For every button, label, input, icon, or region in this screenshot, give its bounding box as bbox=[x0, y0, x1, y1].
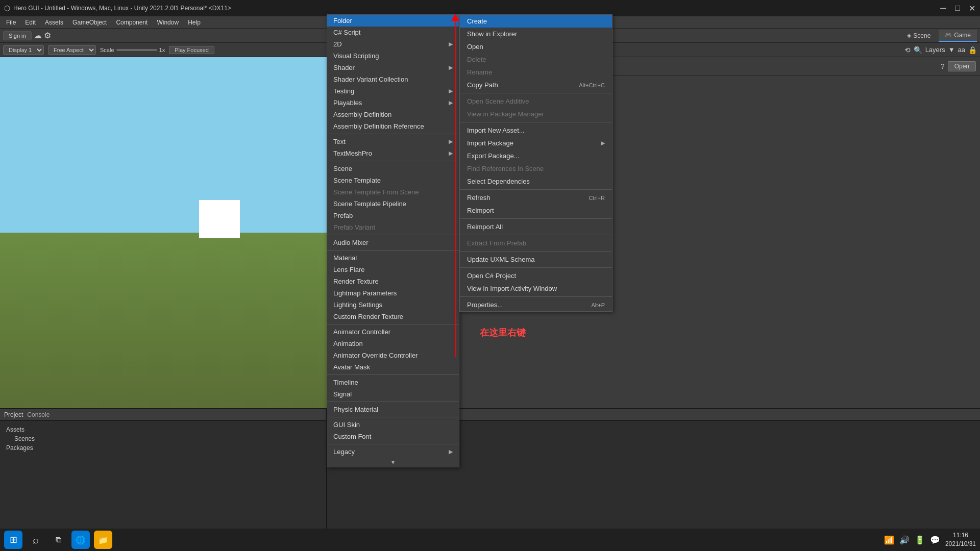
context-menu-update-uxml[interactable]: Update UXML Schema bbox=[460, 253, 612, 266]
minimize-button[interactable]: ─ bbox=[939, 4, 947, 12]
menu-item-text[interactable]: Text ▶ bbox=[327, 136, 459, 147]
ctx-sep-2 bbox=[460, 122, 612, 122]
menu-item-custom-render-texture[interactable]: Custom Render Texture bbox=[327, 311, 459, 322]
menu-item-shader[interactable]: Shader ▶ bbox=[327, 62, 459, 73]
project-item-packages[interactable]: Packages bbox=[4, 443, 322, 453]
play-focused-button[interactable]: Play Focused bbox=[169, 46, 214, 54]
create-menu-dropdown: Folder C# Script 2D ▶ Visual Scripting S… bbox=[327, 14, 459, 467]
menu-item-lightmap-params[interactable]: Lightmap Parameters bbox=[327, 287, 459, 299]
context-menu-view-import-activity[interactable]: View in Import Activity Window bbox=[460, 282, 612, 295]
aa-label[interactable]: aa bbox=[958, 46, 965, 54]
menu-item-custom-font[interactable]: Custom Font bbox=[327, 431, 459, 442]
network-icon[interactable]: 📶 bbox=[884, 535, 894, 545]
menu-item-legacy[interactable]: Legacy ▶ bbox=[327, 446, 459, 458]
lock-icon[interactable]: 🔒 bbox=[968, 46, 977, 54]
ctx-sep-6 bbox=[460, 251, 612, 252]
system-clock[interactable]: 11:16 2021/10/31 bbox=[945, 531, 976, 548]
menu-item-render-texture[interactable]: Render Texture bbox=[327, 276, 459, 287]
project-item-scenes[interactable]: Scenes bbox=[4, 434, 322, 443]
aspect-dropdown[interactable]: Free Aspect bbox=[48, 45, 96, 55]
menu-item-assembly-def[interactable]: Assembly Definition bbox=[327, 109, 459, 120]
notification-icon[interactable]: 💬 bbox=[930, 535, 940, 545]
menu-item-scene-template-pipeline[interactable]: Scene Template Pipeline bbox=[327, 198, 459, 210]
layers-label[interactable]: Layers bbox=[925, 46, 945, 54]
context-menu-reimport-all[interactable]: Reimport All bbox=[460, 220, 612, 233]
cloud-icon[interactable]: ☁ bbox=[34, 31, 42, 40]
question-icon[interactable]: ? bbox=[941, 62, 945, 70]
context-menu-reimport[interactable]: Reimport bbox=[460, 204, 612, 217]
menu-item-avatar-mask[interactable]: Avatar Mask bbox=[327, 361, 459, 373]
console-tab-label[interactable]: Console bbox=[27, 411, 50, 418]
menu-item-textmeshpro[interactable]: TextMeshPro ▶ bbox=[327, 147, 459, 159]
context-menu-refresh[interactable]: Refresh Ctrl+R bbox=[460, 191, 612, 204]
open-button[interactable]: Open bbox=[948, 61, 976, 71]
menu-item-material[interactable]: Material bbox=[327, 252, 459, 264]
menu-file[interactable]: File bbox=[2, 18, 20, 27]
context-menu-copy-path[interactable]: Copy Path Alt+Ctrl+C bbox=[460, 79, 612, 91]
menu-window[interactable]: Window bbox=[153, 18, 183, 27]
menu-component[interactable]: Component bbox=[112, 18, 152, 27]
context-menu-import-new[interactable]: Import New Asset... bbox=[460, 124, 612, 137]
project-tab-label[interactable]: Project bbox=[4, 411, 23, 418]
project-item-assets[interactable]: Assets bbox=[4, 425, 322, 434]
context-menu-properties[interactable]: Properties... Alt+P bbox=[460, 298, 612, 311]
tab-game[interactable]: 🎮 Game bbox=[939, 30, 977, 42]
separator-9 bbox=[327, 444, 459, 444]
menu-help[interactable]: Help bbox=[184, 18, 205, 27]
menu-item-assembly-def-ref[interactable]: Assembly Definition Reference bbox=[327, 120, 459, 132]
search-taskbar-button[interactable]: ⌕ bbox=[27, 531, 45, 549]
ctx-sep-3 bbox=[460, 189, 612, 190]
menu-item-animation[interactable]: Animation bbox=[327, 338, 459, 349]
menu-item-animator-controller[interactable]: Animator Controller bbox=[327, 326, 459, 338]
menu-gameobject[interactable]: GameObject bbox=[68, 18, 111, 27]
menu-item-prefab[interactable]: Prefab bbox=[327, 210, 459, 221]
tab-scene[interactable]: ◈ Scene bbox=[901, 30, 937, 41]
edge-browser-icon[interactable]: 🌐 bbox=[71, 531, 90, 549]
start-button[interactable]: ⊞ bbox=[4, 531, 22, 549]
separator-4 bbox=[327, 250, 459, 251]
volume-icon[interactable]: 🔊 bbox=[899, 535, 910, 545]
scale-slider[interactable] bbox=[116, 49, 157, 51]
battery-icon[interactable]: 🔋 bbox=[915, 535, 925, 545]
taskview-button[interactable]: ⧉ bbox=[49, 531, 67, 549]
context-menu-show-explorer[interactable]: Show in Explorer bbox=[460, 28, 612, 40]
menu-item-animator-override[interactable]: Animator Override Controller bbox=[327, 349, 459, 361]
menu-item-lens-flare[interactable]: Lens Flare bbox=[327, 264, 459, 276]
menu-item-2d[interactable]: 2D ▶ bbox=[327, 38, 459, 50]
separator-3 bbox=[327, 235, 459, 235]
taskbar-left: ⊞ ⌕ ⧉ 🌐 📁 bbox=[4, 531, 112, 549]
menu-item-shader-variant[interactable]: Shader Variant Collection bbox=[327, 73, 459, 85]
close-button[interactable]: ✕ bbox=[968, 4, 976, 12]
menu-item-testing[interactable]: Testing ▶ bbox=[327, 85, 459, 97]
context-menu-import-package[interactable]: Import Package ▶ bbox=[460, 137, 612, 149]
menu-assets[interactable]: Assets bbox=[41, 18, 67, 27]
context-menu-create[interactable]: Create bbox=[460, 15, 612, 28]
context-menu-open[interactable]: Open bbox=[460, 40, 612, 53]
title-bar-left: ⬡ Hero GUI - Untitled - Windows, Mac, Li… bbox=[4, 4, 231, 12]
menu-item-visual-scripting[interactable]: Visual Scripting bbox=[327, 50, 459, 62]
layers-dropdown-arrow[interactable]: ▼ bbox=[948, 46, 955, 54]
menu-item-scene-template[interactable]: Scene Template bbox=[327, 174, 459, 186]
game-dropdown[interactable]: Display 1 bbox=[3, 45, 44, 55]
menu-item-lighting-settings[interactable]: Lighting Settings bbox=[327, 299, 459, 311]
history-icon[interactable]: ⟲ bbox=[904, 46, 911, 54]
signin-button[interactable]: Sign in bbox=[3, 31, 32, 40]
file-explorer-icon[interactable]: 📁 bbox=[94, 531, 112, 549]
context-menu-open-csharp[interactable]: Open C# Project bbox=[460, 269, 612, 282]
maximize-button[interactable]: □ bbox=[953, 4, 962, 12]
context-menu-export-package[interactable]: Export Package... bbox=[460, 149, 612, 162]
menu-item-gui-skin[interactable]: GUI Skin bbox=[327, 419, 459, 431]
menu-item-folder[interactable]: Folder bbox=[327, 15, 459, 27]
menu-item-playables[interactable]: Playables ▶ bbox=[327, 97, 459, 109]
menu-item-audio-mixer[interactable]: Audio Mixer bbox=[327, 237, 459, 248]
menu-item-scene[interactable]: Scene bbox=[327, 163, 459, 174]
menu-edit[interactable]: Edit bbox=[21, 18, 40, 27]
menu-item-physic-material[interactable]: Physic Material bbox=[327, 404, 459, 415]
annotation-text: 在这里右键 bbox=[480, 327, 526, 339]
search-icon[interactable]: 🔍 bbox=[914, 46, 922, 54]
menu-item-timeline[interactable]: Timeline bbox=[327, 377, 459, 388]
menu-item-csharp[interactable]: C# Script bbox=[327, 27, 459, 38]
context-menu-select-deps[interactable]: Select Dependencies bbox=[460, 175, 612, 188]
menu-item-signal[interactable]: Signal bbox=[327, 388, 459, 400]
collab-icon[interactable]: ⚙ bbox=[44, 31, 51, 40]
